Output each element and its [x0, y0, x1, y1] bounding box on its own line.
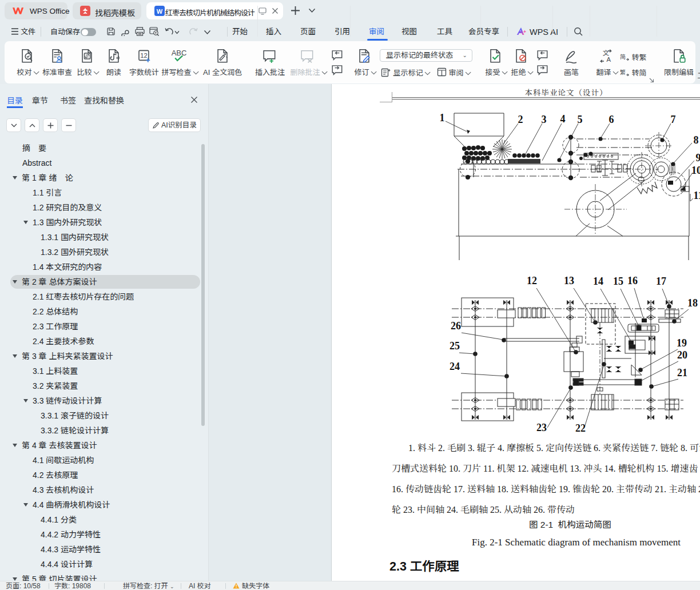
svg-text:19: 19 — [677, 337, 687, 349]
svg-text:14: 14 — [593, 276, 603, 287]
svg-text:简: 简 — [620, 53, 626, 61]
svg-text:5: 5 — [578, 114, 583, 125]
svg-text:1: 1 — [440, 112, 445, 123]
svg-text:24: 24 — [450, 361, 460, 372]
svg-text:16: 16 — [627, 275, 638, 286]
svg-text:繁: 繁 — [620, 69, 626, 76]
svg-text:12: 12 — [527, 275, 537, 286]
svg-text:15: 15 — [613, 276, 623, 287]
svg-text:6: 6 — [609, 114, 614, 125]
svg-text:20: 20 — [677, 349, 687, 361]
svg-text:18: 18 — [687, 297, 698, 309]
svg-text:13: 13 — [564, 275, 574, 286]
svg-text:7: 7 — [671, 114, 676, 125]
svg-text:3: 3 — [542, 114, 547, 125]
svg-text:12: 12 — [140, 52, 148, 59]
svg-text:W: W — [157, 8, 163, 15]
svg-text:26: 26 — [451, 320, 461, 332]
svg-text:17: 17 — [656, 276, 666, 287]
svg-text:ABC: ABC — [172, 49, 187, 57]
svg-text:21: 21 — [677, 367, 687, 378]
svg-text:10: 10 — [691, 165, 700, 176]
svg-text:4: 4 — [560, 113, 566, 125]
svg-text:23: 23 — [536, 422, 547, 433]
svg-text:11: 11 — [693, 190, 700, 201]
svg-text:2: 2 — [518, 114, 523, 125]
svg-text:8: 8 — [694, 134, 699, 146]
svg-text:25: 25 — [450, 340, 460, 352]
svg-text:22: 22 — [575, 422, 586, 434]
svg-text:A: A — [607, 56, 611, 63]
svg-text:9: 9 — [696, 152, 700, 164]
